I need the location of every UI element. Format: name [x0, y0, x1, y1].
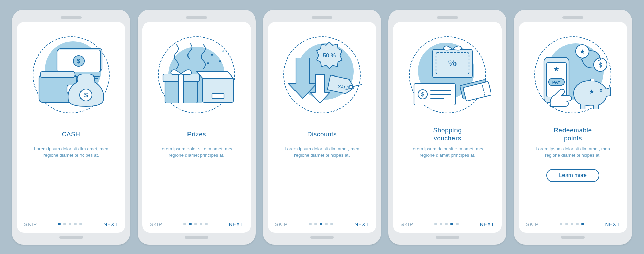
dot[interactable] — [309, 223, 312, 225]
dot[interactable] — [58, 223, 61, 225]
screen-title: Discounts — [307, 126, 337, 142]
svg-rect-8 — [40, 71, 75, 78]
dot[interactable] — [205, 223, 208, 225]
illustration-prizes — [151, 30, 242, 120]
dot[interactable] — [576, 223, 579, 225]
page-dots — [413, 223, 480, 225]
screen-description: Lorem ipsum dolor sit dim amet, mea regi… — [400, 146, 494, 167]
home-indicator — [310, 236, 334, 239]
nav-bar: SKIP NEXT — [526, 221, 620, 227]
svg-point-13 — [211, 54, 213, 56]
illustration-vouchers: % $ — [402, 30, 493, 120]
svg-text:★: ★ — [580, 48, 585, 55]
page-dots — [539, 223, 605, 225]
svg-rect-19 — [212, 94, 224, 98]
screen-description: Lorem ipsum dolor sit dim amet, mea regi… — [275, 146, 369, 167]
screen-description: Lorem ipsum dolor sit dim amet, mea regi… — [526, 146, 620, 167]
dot[interactable] — [440, 223, 442, 225]
screen-title: CASH — [62, 126, 80, 142]
discount-percent-text: 50 % — [323, 52, 336, 59]
cash-icon: $ $ — [28, 31, 115, 118]
dot[interactable] — [74, 223, 77, 225]
dot[interactable] — [79, 223, 82, 225]
onboarding-screen-points: ★ $ ★ PAY — [519, 22, 627, 233]
skip-button[interactable]: SKIP — [275, 221, 288, 227]
prizes-icon — [153, 31, 240, 118]
svg-text:$: $ — [77, 58, 80, 64]
home-indicator — [59, 236, 83, 239]
screen-title: Prizes — [187, 126, 206, 142]
dot[interactable] — [194, 223, 197, 225]
dot[interactable] — [200, 223, 202, 225]
svg-rect-18 — [203, 78, 233, 102]
skip-button[interactable]: SKIP — [150, 221, 162, 227]
speaker-bar — [312, 16, 332, 19]
svg-rect-22 — [178, 74, 184, 103]
dot[interactable] — [325, 223, 328, 225]
page-dots — [288, 223, 355, 225]
dot[interactable] — [314, 223, 317, 225]
home-indicator — [436, 236, 459, 239]
onboarding-screen-vouchers: % $ S — [393, 22, 502, 233]
dot[interactable] — [330, 223, 333, 225]
skip-button[interactable]: SKIP — [526, 221, 539, 227]
next-button[interactable]: NEXT — [354, 221, 369, 227]
illustration-discounts: 50 % SALE — [277, 30, 367, 120]
svg-text:%: % — [448, 58, 457, 68]
svg-text:$: $ — [598, 61, 602, 69]
dot[interactable] — [320, 223, 322, 225]
dot[interactable] — [565, 223, 568, 225]
pay-text: PAY — [552, 80, 561, 85]
phone-frame: Prizes Lorem ipsum dolor sit dim amet, m… — [138, 10, 256, 245]
screen-description: Lorem ipsum dolor sit dim amet, mea regi… — [24, 146, 118, 167]
dot[interactable] — [450, 223, 453, 225]
svg-text:$: $ — [84, 91, 88, 99]
speaker-bar — [186, 16, 207, 19]
next-button[interactable]: NEXT — [605, 221, 620, 227]
onboarding-screen-discounts: 50 % SALE Discounts Lorem ipsum dolor si… — [268, 22, 376, 233]
screen-description: Lorem ipsum dolor sit dim amet, mea regi… — [150, 146, 244, 167]
dot[interactable] — [183, 223, 186, 225]
illustration-cash: $ $ — [26, 30, 116, 120]
nav-bar: SKIP NEXT — [24, 221, 118, 227]
svg-point-14 — [219, 60, 221, 62]
next-button[interactable]: NEXT — [480, 221, 494, 227]
dot[interactable] — [69, 223, 71, 225]
phone-frame: $ $ CASH Lorem ipsum dolor sit dim amet, — [12, 10, 130, 245]
illustration-points: ★ $ ★ PAY — [528, 30, 618, 120]
home-indicator — [185, 236, 208, 239]
learn-more-button[interactable]: Learn more — [546, 169, 599, 182]
phone-frame: 50 % SALE Discounts Lorem ipsum dolor si… — [263, 10, 381, 245]
dot[interactable] — [571, 223, 573, 225]
points-icon: ★ $ ★ PAY — [529, 31, 616, 118]
phone-frame: ★ $ ★ PAY — [514, 10, 632, 245]
dot[interactable] — [434, 223, 437, 225]
next-button[interactable]: NEXT — [229, 221, 244, 227]
svg-text:★: ★ — [553, 65, 559, 73]
page-dots — [162, 223, 229, 225]
svg-point-16 — [222, 50, 224, 52]
skip-button[interactable]: SKIP — [24, 221, 37, 227]
next-button[interactable]: NEXT — [103, 221, 118, 227]
svg-point-17 — [207, 62, 209, 64]
onboarding-screen-prizes: Prizes Lorem ipsum dolor sit dim amet, m… — [142, 22, 251, 233]
speaker-bar — [437, 16, 458, 19]
nav-bar: SKIP NEXT — [150, 221, 244, 227]
skip-button[interactable]: SKIP — [400, 221, 413, 227]
svg-text:★: ★ — [589, 88, 594, 95]
svg-text:$: $ — [421, 92, 424, 97]
phone-frame: % $ S — [388, 10, 506, 245]
home-indicator — [561, 236, 585, 239]
discounts-icon: 50 % SALE — [278, 31, 366, 118]
dot[interactable] — [63, 223, 66, 225]
onboarding-screen-cash: $ $ CASH Lorem ipsum dolor sit dim amet, — [17, 22, 125, 233]
dot[interactable] — [560, 223, 562, 225]
screen-title: Redeemable points — [554, 126, 592, 142]
dot[interactable] — [189, 223, 192, 225]
dot[interactable] — [445, 223, 448, 225]
svg-point-15 — [215, 67, 217, 69]
speaker-bar — [562, 16, 583, 19]
dot[interactable] — [456, 223, 459, 225]
screen-title: Shopping vouchers — [433, 126, 462, 142]
dot[interactable] — [581, 223, 584, 225]
